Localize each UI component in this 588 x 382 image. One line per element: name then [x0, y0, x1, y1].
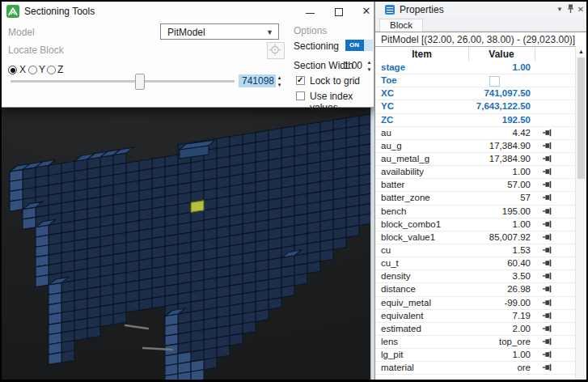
pin-cell[interactable]	[541, 142, 554, 151]
spin-down-icon[interactable]: ▼	[365, 66, 374, 73]
property-value: 17,384.90	[456, 140, 531, 152]
section-width-value[interactable]: 1.00	[341, 60, 362, 71]
model-dropdown[interactable]: PitModel ▼	[160, 23, 279, 40]
property-value: 1.53	[456, 244, 531, 257]
property-item-label: block_combo1	[381, 219, 441, 231]
pin-cell[interactable]	[541, 180, 554, 190]
property-value: 195.00	[456, 206, 531, 218]
section-position-spinner[interactable]: ▲ ▼	[275, 74, 284, 88]
axis-radio-z[interactable]	[47, 66, 56, 74]
minimize-button[interactable]	[302, 4, 319, 19]
section-slider-handle[interactable]	[135, 74, 145, 90]
use-index-values-checkbox[interactable]	[296, 91, 305, 100]
property-row[interactable]: density3.50	[375, 270, 576, 283]
property-row[interactable]: equiv_metal-99.00	[375, 297, 576, 310]
property-item-label: bench	[381, 206, 406, 218]
pin-cell[interactable]	[541, 272, 554, 282]
property-row[interactable]: cu_t60.40	[375, 257, 576, 270]
properties-tabrow: Block	[375, 18, 586, 32]
pin-cell[interactable]	[541, 299, 554, 308]
dialog-titlebar[interactable]: Sectioning Tools ✕	[2, 2, 374, 21]
property-row[interactable]: cu1.53	[375, 244, 576, 257]
property-item-label: YC	[381, 100, 394, 112]
spin-up-icon[interactable]: ▲	[275, 74, 284, 81]
close-panel-icon[interactable]: ✕	[575, 4, 586, 15]
spin-down-icon[interactable]: ▼	[275, 82, 284, 88]
window-position-menu-icon[interactable]: ▼	[554, 4, 565, 15]
property-value: 1.00	[456, 62, 531, 74]
locate-block-button[interactable]	[267, 42, 285, 59]
property-row[interactable]: availability1.00	[375, 166, 576, 179]
section-position-input[interactable]: 741098	[239, 74, 276, 87]
property-row[interactable]: lg_pit1.00	[375, 349, 576, 362]
property-value: 60.40	[456, 257, 531, 270]
vertical-scrollbar[interactable]: ▲	[575, 46, 586, 380]
lock-to-grid-checkbox[interactable]	[296, 76, 305, 85]
pin-cell[interactable]	[541, 168, 554, 177]
property-value: 3.50	[456, 270, 531, 282]
pin-cell[interactable]	[541, 155, 554, 164]
dialog-title: Sectioning Tools	[24, 6, 95, 17]
property-row[interactable]: au4.42	[375, 127, 576, 140]
pin-cell[interactable]	[541, 129, 554, 138]
property-value: 26.98	[456, 283, 531, 295]
axis-radio-x[interactable]	[8, 66, 17, 74]
pin-cell[interactable]	[541, 312, 554, 321]
tab-block[interactable]: Block	[379, 19, 423, 32]
property-value: 2.00	[456, 323, 531, 335]
property-row[interactable]: block_combo11.00	[375, 219, 576, 231]
property-row[interactable]: bench195.00	[375, 206, 576, 219]
properties-list-icon	[385, 5, 395, 15]
property-row[interactable]: materialore	[375, 362, 576, 375]
pin-cell[interactable]	[541, 246, 554, 256]
axis-radio-y[interactable]	[28, 66, 37, 74]
property-row[interactable]: YC7,643,122.50	[375, 100, 576, 113]
maximize-icon	[335, 8, 343, 16]
pin-cell[interactable]	[541, 285, 554, 295]
property-value: 192.50	[456, 114, 531, 126]
property-row[interactable]: lenstop_ore	[375, 336, 576, 349]
maximize-button[interactable]	[330, 4, 348, 19]
pin-cell[interactable]	[541, 207, 554, 217]
properties-titlebar[interactable]: Properties ▼ ✕	[375, 2, 586, 19]
property-row[interactable]: stage1.00	[375, 62, 576, 74]
pin-cell[interactable]	[541, 220, 554, 230]
scroll-up-icon[interactable]: ▲	[576, 46, 586, 57]
pin-cell[interactable]	[541, 350, 554, 360]
scrollbar-thumb[interactable]	[577, 57, 585, 179]
property-row[interactable]: Toe	[375, 74, 576, 87]
section-slider-track[interactable]	[11, 80, 235, 83]
spin-up-icon[interactable]: ▲	[365, 59, 374, 66]
property-row[interactable]: batter_zone57	[375, 192, 576, 205]
property-row[interactable]: batter57.00	[375, 179, 576, 192]
property-value: 741,097.50	[456, 87, 531, 100]
toe-checkbox[interactable]	[489, 76, 500, 87]
section-width-spinner[interactable]: ▲ ▼	[365, 59, 374, 73]
property-row[interactable]: XC741,097.50	[375, 87, 576, 100]
property-value: 1.00	[456, 349, 531, 361]
property-row[interactable]: au_metal_g17,384.90	[375, 153, 576, 166]
property-row[interactable]: ZC192.50	[375, 114, 576, 127]
column-header-item[interactable]: Item	[375, 47, 469, 62]
property-row[interactable]: equivalent7.19	[375, 310, 576, 323]
property-row[interactable]: distance26.98	[375, 283, 576, 296]
property-item-label: cu	[381, 244, 391, 257]
pin-cell[interactable]	[541, 337, 554, 347]
minimize-icon	[306, 13, 315, 14]
close-button[interactable]: ✕	[357, 4, 375, 19]
pin-cell[interactable]	[541, 193, 554, 203]
column-header-value[interactable]: Value	[468, 47, 535, 62]
options-label: Options	[294, 25, 327, 36]
pin-cell[interactable]	[541, 325, 554, 334]
pin-cell[interactable]	[541, 363, 554, 373]
property-value: 1.00	[456, 166, 531, 178]
pin-icon	[543, 168, 552, 176]
property-row[interactable]: block_value185,007.92	[375, 231, 576, 244]
pin-panel-icon[interactable]	[565, 4, 576, 15]
property-row[interactable]: estimated2.00	[375, 323, 576, 336]
pin-cell[interactable]	[541, 259, 554, 269]
pin-cell[interactable]	[541, 233, 554, 243]
property-row[interactable]: au_g17,384.90	[375, 140, 576, 153]
property-value: 1.00	[456, 219, 531, 231]
sectioning-toggle[interactable]: ON	[345, 40, 373, 51]
